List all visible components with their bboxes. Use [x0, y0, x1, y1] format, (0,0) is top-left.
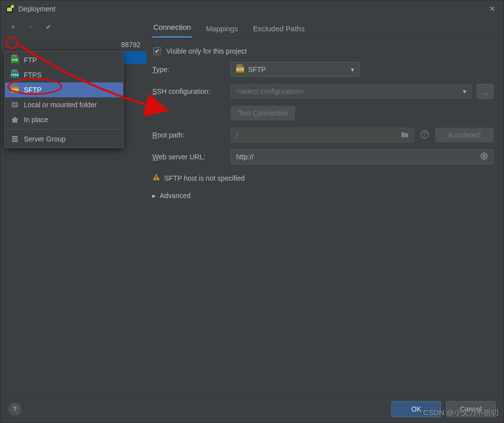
app-icon — [5, 4, 14, 13]
warning-icon — [152, 173, 160, 183]
svg-rect-12 — [12, 141, 18, 142]
popup-item-label: FTPS — [24, 71, 42, 79]
visible-only-row: ✔ Visible only for this project — [152, 47, 494, 55]
sftp-icon: SFTP — [236, 67, 244, 72]
visible-only-label: Visible only for this project — [166, 47, 247, 55]
globe-icon[interactable] — [480, 152, 488, 162]
popup-item-local-folder[interactable]: Local or mounted folder — [5, 97, 123, 112]
right-panel: Connection Mappings Excluded Paths ✔ Vis… — [149, 17, 504, 395]
svg-rect-11 — [12, 139, 18, 140]
close-button[interactable]: ✕ — [486, 2, 499, 15]
svg-rect-6 — [156, 176, 157, 178]
tab-excluded-paths[interactable]: Excluded Paths — [252, 21, 306, 38]
server-item[interactable]: 88792 — [6, 38, 146, 51]
type-value: SFTP — [248, 66, 266, 73]
svg-rect-7 — [156, 179, 157, 180]
set-default-button[interactable]: ✔ — [44, 22, 53, 31]
root-path-input[interactable]: / — [231, 128, 414, 142]
root-path-label: Root path: — [152, 131, 226, 139]
titlebar: Deployment ✕ — [0, 0, 504, 17]
server-group-icon — [11, 136, 19, 142]
type-select[interactable]: SFTP SFTP ▾ — [231, 62, 360, 77]
chevron-down-icon: ▾ — [351, 66, 354, 73]
popup-item-ftps[interactable]: FTPS FTPS — [5, 68, 123, 82]
popup-item-server-group[interactable]: Server Group — [5, 132, 123, 146]
svg-rect-9 — [13, 103, 17, 106]
popup-item-label: SFTP — [24, 86, 42, 94]
tab-mappings[interactable]: Mappings — [205, 21, 239, 38]
ssh-config-browse-button[interactable]: ... — [477, 84, 494, 99]
root-path-value: / — [236, 131, 238, 139]
root-path-row: Root path: / ? Autodetect — [152, 128, 494, 142]
dialog-footer: ? OK Cancel — [0, 395, 504, 423]
chevron-down-icon: ▾ — [463, 87, 466, 95]
test-connection-row: Test Connection — [152, 106, 494, 121]
popup-item-label: In place — [24, 116, 48, 124]
popup-item-label: Local or mounted folder — [24, 101, 97, 109]
web-url-input[interactable]: http:// — [231, 149, 494, 164]
svg-rect-10 — [12, 136, 18, 138]
svg-text:?: ? — [423, 132, 426, 138]
sftp-icon: SFTP — [11, 86, 19, 93]
connection-form: ✔ Visible only for this project Type: SF… — [149, 38, 504, 200]
folder-icon — [11, 101, 19, 108]
home-icon — [11, 116, 19, 123]
cancel-button[interactable]: Cancel — [446, 401, 496, 417]
advanced-label: Advanced — [160, 192, 190, 200]
ssh-config-row: SSH configuration: <select configuration… — [152, 84, 494, 99]
advanced-toggle[interactable]: ▸ Advanced — [152, 190, 494, 200]
web-url-label: Web server URL: — [152, 153, 226, 161]
ssh-config-placeholder: <select configuration> — [236, 87, 304, 95]
ssh-config-label: SSH configuration: — [152, 87, 226, 95]
svg-rect-1 — [7, 7, 12, 11]
remove-server-button[interactable]: － — [26, 22, 35, 31]
add-server-type-popup: FTP FTP FTPS FTPS SFTP SFTP Local or mou… — [4, 51, 124, 148]
root-path-help-icon[interactable]: ? — [419, 130, 430, 141]
visible-only-checkbox[interactable]: ✔ — [153, 47, 161, 55]
left-toolbar: ＋ － ✔ — [6, 20, 149, 35]
test-connection-button[interactable]: Test Connection — [231, 106, 295, 121]
popup-item-label: FTP — [24, 56, 37, 64]
popup-item-in-place[interactable]: In place — [5, 112, 123, 127]
type-label: Type: — [152, 66, 226, 73]
ok-button[interactable]: OK — [391, 401, 441, 417]
autodetect-button[interactable]: Autodetect — [435, 128, 494, 142]
warning-row: SFTP host is not specified — [152, 171, 494, 183]
popup-separator — [5, 129, 123, 130]
type-row: Type: SFTP SFTP ▾ — [152, 62, 494, 77]
popup-item-ftp[interactable]: FTP FTP — [5, 53, 123, 68]
folder-icon[interactable] — [401, 131, 409, 140]
ftps-icon: FTPS — [11, 71, 19, 78]
ftp-icon: FTP — [11, 57, 19, 64]
add-server-button[interactable]: ＋ — [8, 22, 17, 31]
tabs: Connection Mappings Excluded Paths — [149, 20, 504, 38]
warning-text: SFTP host is not specified — [164, 174, 245, 182]
tab-connection[interactable]: Connection — [152, 20, 192, 38]
popup-item-label: Server Group — [24, 135, 65, 143]
web-url-row: Web server URL: http:// — [152, 149, 494, 164]
help-button[interactable]: ? — [8, 403, 21, 416]
chevron-right-icon: ▸ — [152, 192, 156, 200]
server-name-tail: 88792 — [121, 41, 140, 49]
dialog-title: Deployment — [18, 5, 486, 13]
ssh-config-select[interactable]: <select configuration> ▾ — [231, 84, 472, 99]
svg-point-2 — [11, 5, 14, 8]
web-url-value: http:// — [236, 153, 253, 161]
popup-item-sftp[interactable]: SFTP SFTP — [5, 82, 123, 97]
